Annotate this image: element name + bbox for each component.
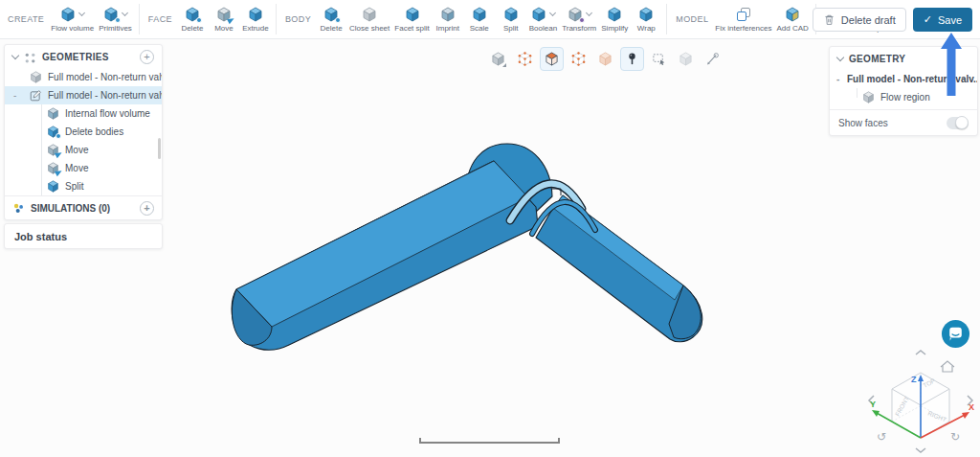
rotate-up-icon[interactable]: [916, 351, 925, 354]
chevron-down-icon[interactable]: [586, 10, 592, 16]
cube-icon: [362, 7, 377, 22]
molecule-icon: [12, 202, 25, 215]
tree-item-move-2[interactable]: Move: [5, 159, 162, 177]
chevron-down-icon[interactable]: [549, 10, 556, 16]
cube-delete-icon: [323, 7, 339, 22]
select-volumes-icon[interactable]: [513, 47, 537, 71]
geometries-header[interactable]: GEOMETRIES +: [5, 45, 162, 68]
tree-item-delete-bodies[interactable]: Delete bodies: [5, 123, 162, 141]
axis-x-label: X: [969, 402, 974, 412]
toolbar-button-scale[interactable]: Scale: [466, 7, 493, 33]
toolbar-divider: [139, 4, 140, 34]
job-status-panel: Job status: [4, 223, 163, 249]
toolbar-button-close-sheet[interactable]: Close sheet: [349, 7, 390, 33]
view-toolbar: [486, 47, 724, 71]
toolbar-button-transform[interactable]: Transform: [562, 7, 596, 33]
roll-ccw-icon[interactable]: ↺: [877, 430, 886, 444]
toolbar-button-facet-split[interactable]: Facet split: [394, 7, 429, 33]
toolbar-button-wrap[interactable]: Wrap: [633, 7, 659, 33]
cube-icon: [472, 7, 487, 22]
annotation-arrow: [940, 33, 963, 98]
hide-body-icon[interactable]: [674, 47, 698, 71]
geometries-panel: GEOMETRIES + Full model - Non-return val…: [4, 44, 163, 220]
check-icon: ✓: [924, 13, 932, 26]
rotate-down-icon[interactable]: [916, 448, 925, 452]
tree-item-full-model-1[interactable]: Full model - Non-return valve: [5, 68, 162, 86]
chevron-down-icon[interactable]: [78, 10, 85, 16]
flow-volume-cube-icon: [47, 107, 59, 120]
panel-scrollbar[interactable]: [158, 138, 161, 159]
cube-icon: [405, 7, 420, 22]
view-cube[interactable]: ↺ ↻ TOP FRONT RIGHT Z Y X: [864, 348, 977, 455]
cube-transform-icon: [568, 7, 583, 22]
add-simulation-button[interactable]: +: [140, 201, 154, 216]
group-label-body: BODY: [285, 14, 311, 24]
tree-item-internal-flow-volume[interactable]: Internal flow volume: [5, 104, 162, 123]
home-icon[interactable]: [941, 361, 954, 372]
toolbar-button-add-cad[interactable]: Add CAD: [776, 7, 808, 33]
chat-button[interactable]: [941, 319, 970, 349]
cube-icon: [531, 7, 546, 22]
measure-icon[interactable]: [701, 47, 724, 71]
probe-point-icon[interactable]: [620, 47, 644, 71]
cube-icon: [440, 7, 456, 22]
cube-cad-icon: [785, 7, 800, 22]
group-label-face: FACE: [148, 14, 172, 24]
axis-y-label: Y: [870, 400, 876, 409]
tree-item-split[interactable]: Split: [5, 177, 162, 195]
roll-cw-icon[interactable]: ↻: [950, 430, 960, 444]
job-status-label[interactable]: Job status: [5, 224, 162, 248]
cube-icon: [607, 7, 622, 22]
toolbar-button-simplify[interactable]: Simplify: [601, 7, 628, 33]
overlap-icon: [736, 7, 751, 22]
trash-icon: [823, 13, 835, 26]
toolbar-button-face-delete[interactable]: Delete: [179, 7, 206, 33]
move-cube-icon: [47, 144, 59, 156]
simulations-header[interactable]: SIMULATIONS (0) +: [5, 195, 162, 219]
cube-icon: [503, 7, 519, 22]
add-geometry-button[interactable]: +: [140, 50, 154, 64]
toolbar-actions: Delete draft ✓ Save: [813, 8, 972, 32]
box-select-icon[interactable]: [647, 47, 671, 71]
toolbar-button-body-delete[interactable]: Delete: [318, 7, 345, 33]
chevron-down-icon[interactable]: [122, 10, 128, 16]
tree-item-move-1[interactable]: Move: [5, 141, 162, 159]
delete-cube-icon: [47, 126, 59, 138]
toolbar-divider: [666, 4, 667, 34]
axis-z-label: Z: [911, 375, 917, 384]
select-edges-icon[interactable]: [593, 47, 617, 71]
toolbar-button-flow-volume[interactable]: Flow volume: [51, 7, 94, 33]
geometry-cube-icon: [30, 71, 42, 83]
toolbar-button-face-extrude[interactable]: Extrude: [242, 7, 269, 33]
cube-delete-icon: [185, 7, 200, 22]
tree-item-full-model-2[interactable]: - Full model - Non-return valve...: [5, 86, 162, 104]
collapse-icon[interactable]: -: [836, 74, 839, 84]
toolbar-button-imprint[interactable]: Imprint: [434, 7, 461, 33]
scale-bar: [419, 438, 560, 444]
toolbar-group-face: FACE Delete Move Extrude: [146, 7, 269, 33]
chevron-down-icon[interactable]: [11, 51, 19, 58]
cube-move-icon: [216, 7, 232, 22]
toolbar-button-fix-interferences[interactable]: Fix interferences: [715, 7, 771, 33]
delete-draft-button[interactable]: Delete draft: [813, 8, 906, 32]
show-faces-toggle[interactable]: [947, 117, 969, 129]
render-mode-icon[interactable]: [486, 47, 510, 71]
toolbar-button-split[interactable]: Split: [498, 7, 524, 33]
select-vertices-icon[interactable]: [567, 47, 590, 71]
toolbar-group-model: MODEL Fix interferences Add CAD: [674, 7, 809, 33]
toolbar-button-boolean[interactable]: Boolean: [529, 7, 557, 33]
toolbar-button-primitives[interactable]: Primitives: [99, 7, 132, 33]
split-cube-icon: [47, 180, 59, 193]
toolbar-group-body: BODY Delete Close sheet Facet split Impr…: [283, 7, 659, 33]
cube-icon: [248, 7, 263, 22]
toolbar-group-create: CREATE Flow volume Primitives: [6, 7, 132, 33]
show-faces-row: Show faces: [830, 109, 977, 135]
tree-children: Internal flow volume Delete bodies Move …: [5, 104, 162, 195]
save-button[interactable]: ✓ Save: [913, 8, 972, 32]
chevron-down-icon[interactable]: [836, 53, 844, 60]
toolbar-button-face-move[interactable]: Move: [211, 7, 237, 33]
cube-icon: [638, 7, 654, 22]
collapse-icon[interactable]: -: [13, 90, 16, 101]
select-faces-icon[interactable]: [540, 47, 564, 71]
cube-icon: [60, 7, 76, 22]
